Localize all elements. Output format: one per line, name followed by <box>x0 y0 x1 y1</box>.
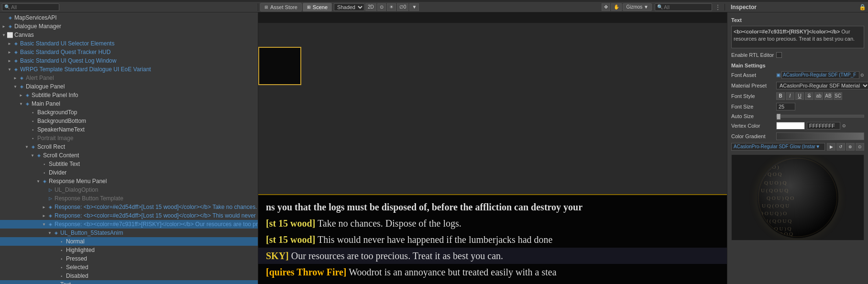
tree-item-mapservices[interactable]: ◈ MapServicesAPI <box>0 13 258 22</box>
shader-play-btn[interactable]: ▶ <box>827 143 835 151</box>
label-scroll-rect: Scroll Rect <box>37 143 65 150</box>
tree-item-subtitle-panel[interactable]: ◈ Subtitle Panel Info <box>0 91 258 99</box>
resp4-text: Woodrot is an annoyance but treated easi… <box>349 267 556 277</box>
dialogue-response-2: [st 15 wood] This would never have happe… <box>258 231 727 248</box>
resp3-highlight: SKY] <box>266 251 289 261</box>
tree-item-state-pressed[interactable]: ▪ Pressed <box>0 254 258 263</box>
bold-btn[interactable]: B <box>776 92 785 100</box>
tree-item-scroll-rect[interactable]: ◈ Scroll Rect <box>0 142 258 151</box>
tree-item-speaker-name[interactable]: ▪ SpeakerNameText <box>0 125 258 134</box>
arrow-resp-1 <box>41 204 47 210</box>
gizmos-btn[interactable]: Gizmos ▼ <box>623 3 652 11</box>
view-2d-btn[interactable]: 2D <box>365 3 376 11</box>
more-btn[interactable]: ▼ <box>409 3 419 11</box>
hierarchy-search-box[interactable]: 🔍 <box>2 3 59 11</box>
tree-item-divider[interactable]: ▪ Divider <box>0 168 258 177</box>
scene-tabs: ⊞ Asset Store ⊞ Scene Shaded 2D ⊙ ☀ ∅0 ▼… <box>258 3 725 11</box>
label-ul-btn: UL_Button_5StatesAnim <box>60 229 123 236</box>
shader-view-btn[interactable]: ⊙ <box>856 143 864 151</box>
tree-item-resp-btn-tmpl[interactable]: ▷ Response Button Template <box>0 194 258 203</box>
tree-item-ul-dialog-opt[interactable]: ▷ UL_DialogOption <box>0 186 258 194</box>
vertex-color-pick-btn[interactable]: ⊙ <box>842 123 846 128</box>
scene-label: Scene <box>313 4 328 10</box>
label-ul-dialog-opt: UL_DialogOption <box>55 186 98 193</box>
scene-search-input[interactable] <box>664 4 707 10</box>
arrow-resp-2 <box>41 213 47 218</box>
vertex-color-swatch[interactable] <box>776 122 805 130</box>
arrow-state-selected <box>53 264 58 270</box>
rtl-editor-checkbox[interactable] <box>776 52 782 58</box>
shader-name[interactable]: ACaslonPro-Regular SDF Glow (Instar▼ <box>731 143 825 151</box>
material-preset-select[interactable]: ACaslonPro-Regular SDF Material <box>776 82 868 89</box>
label-alert-panel: Alert Panel <box>26 75 54 81</box>
light-btn[interactable]: ☀ <box>387 3 396 11</box>
hand-tool-btn[interactable]: ✋ <box>611 3 622 11</box>
font-size-input[interactable] <box>776 103 795 110</box>
tree-item-portrait[interactable]: ▪ Portrait Image <box>0 134 258 142</box>
uppercase-btn[interactable]: AB <box>824 92 833 100</box>
tree-item-text-comp[interactable]: ▪ Text <box>0 280 258 284</box>
auto-size-label: Auto Size <box>731 113 774 119</box>
vertex-color-hex[interactable] <box>807 122 840 130</box>
shade-selector: Shaded 2D ⊙ ☀ ∅0 ▼ <box>333 3 420 11</box>
tree-item-resp-1[interactable]: ◈ Response: <b><color=#e2d54dff>[Lost 15… <box>0 203 258 211</box>
inspector-lock-icon[interactable]: 🔒 <box>859 4 866 11</box>
font-style-label: Font Style <box>731 93 774 99</box>
text-content-area[interactable]: <b><color=#e7c931ff>[RISKY]</color></b> … <box>731 26 864 48</box>
move-tool-btn[interactable]: ✥ <box>602 3 610 11</box>
tree-item-canvas[interactable]: ⬜ Canvas <box>0 31 258 39</box>
tree-item-state-normal[interactable]: ▪ Normal <box>0 237 258 246</box>
tree-item-ul-btn[interactable]: ◈ UL_Button_5StatesAnim <box>0 229 258 237</box>
tree-item-selector-elements[interactable]: ◈ Basic Standard UI Selector Elements <box>0 39 258 48</box>
tree-item-response-menu[interactable]: ◈ Response Menu Panel <box>0 177 258 186</box>
hierarchy-search-input[interactable] <box>11 4 54 10</box>
tree-item-alert-panel[interactable]: ◈ Alert Panel <box>0 74 258 82</box>
tree-item-bg-top[interactable]: ▪ BackgroundTop <box>0 108 258 117</box>
scene-panel-options[interactable]: ⋮ <box>713 4 723 11</box>
icon-state-disabled: ▪ <box>58 273 65 279</box>
tree-item-dialogue-panel[interactable]: ◈ Dialogue Panel <box>0 82 258 91</box>
tree-item-quest-tracker[interactable]: ◈ Basic Standard Quest Tracker HUD <box>0 48 258 56</box>
dialogue-response-3: SKY] Our resources are too precious. Tre… <box>258 248 727 264</box>
icon-portrait: ▪ <box>30 135 36 142</box>
scene-tab[interactable]: ⊞ Scene <box>303 3 332 11</box>
italic-btn[interactable]: I <box>786 92 794 100</box>
label-dialogue-panel: Dialogue Panel <box>26 83 65 90</box>
tree-item-subtitle-text[interactable]: ▪ Subtitle Text <box>0 160 258 168</box>
lowercase-btn[interactable]: ab <box>814 92 823 100</box>
tree-item-bg-bottom[interactable]: ▪ BackgroundBottom <box>0 117 258 125</box>
tree-item-state-selected[interactable]: ▪ Selected <box>0 263 258 272</box>
svg-text:Q O U ) Q O: Q O U ) Q O <box>767 195 794 201</box>
label-divider: Divider <box>49 169 66 176</box>
smallcaps-btn[interactable]: SC <box>834 92 842 100</box>
shader-row: ACaslonPro-Regular SDF Glow (Instar▼ ▶ ↺… <box>731 143 864 151</box>
label-state-normal: Normal <box>66 238 85 245</box>
tree-item-main-panel[interactable]: ◈ Main Panel <box>0 99 258 108</box>
scene-search-box[interactable]: 🔍 <box>655 3 712 11</box>
tree-item-state-highlighted[interactable]: ▪ Highlighted <box>0 246 258 254</box>
arrow-scroll-rect <box>24 144 30 150</box>
tree-item-scroll-content[interactable]: ◈ Scroll Content <box>0 151 258 160</box>
tree-item-wrpg[interactable]: ◈ WRPG Template Standard Dialogue UI EoE… <box>0 65 258 74</box>
svg-text:Q U O ) Q: Q U O ) Q <box>764 180 786 186</box>
gizmos-arrow: ▼ <box>644 4 648 10</box>
tree-item-resp-2[interactable]: ◈ Response: <b><color=#e2d54dff>[Lost 15… <box>0 211 258 220</box>
tree-item-resp-3[interactable]: ◈ Response: <b><color=#e7c931ff>[RISKY]<… <box>0 220 258 229</box>
tree-item-quest-log[interactable]: ◈ Basic Standard UI Quest Log Window <box>0 56 258 65</box>
shader-refresh-btn[interactable]: ↺ <box>836 143 845 151</box>
underline-btn[interactable]: U <box>795 92 804 100</box>
tree-item-state-disabled[interactable]: ▪ Disabled <box>0 272 258 280</box>
auto-size-slider-thumb[interactable] <box>777 114 780 120</box>
asset-store-tab[interactable]: ⊞ Asset Store <box>260 3 302 11</box>
shader-add-btn[interactable]: ⊕ <box>846 143 855 151</box>
shade-dropdown[interactable]: Shaded <box>334 3 364 11</box>
strikethrough-btn[interactable]: S <box>805 92 813 100</box>
font-asset-pick-btn[interactable]: ⊙ <box>860 73 864 77</box>
tree-item-dialogue-mgr[interactable]: ◈ Dialogue Manager <box>0 22 258 31</box>
persp-btn[interactable]: ⊙ <box>377 3 386 11</box>
gradient-preview[interactable] <box>776 132 864 140</box>
scene-search-icon: 🔍 <box>657 4 663 10</box>
label-mapservices: MapServicesAPI <box>14 14 57 21</box>
fx-btn[interactable]: ∅0 <box>397 3 409 11</box>
font-asset-value[interactable]: ACaslonPro-Regular SDF (TMP_F <box>781 71 859 79</box>
